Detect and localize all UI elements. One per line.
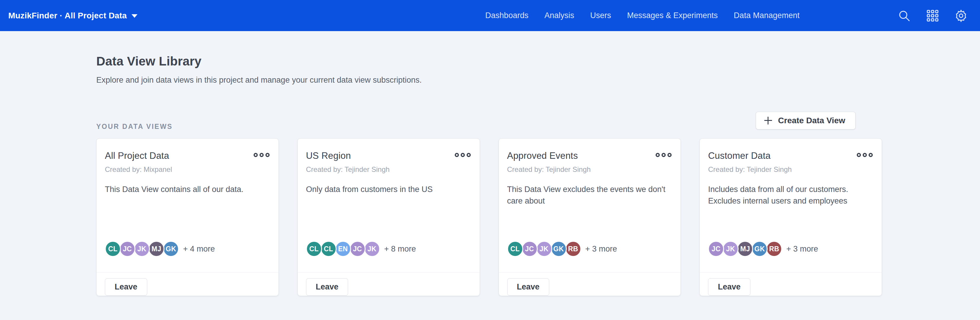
top-nav-bar: MuzikFinder · All Project Data Dashboard…: [0, 0, 980, 31]
card-title: All Project Data: [105, 151, 169, 161]
avatar-row: CL JC JK MJ GK + 4 more: [105, 241, 270, 257]
leave-button[interactable]: Leave: [507, 278, 550, 296]
member-avatar: JK: [722, 241, 738, 257]
member-avatar: MJ: [148, 241, 164, 257]
page-title: Data View Library: [96, 31, 882, 68]
chevron-down-icon: [132, 14, 137, 18]
data-view-card-us-region: US Region Created by: Tejinder Singh Onl…: [298, 139, 480, 296]
more-members-label: + 4 more: [183, 244, 215, 254]
member-avatar: CL: [507, 241, 523, 257]
card-description: Includes data from all of our customers.…: [708, 184, 873, 207]
card-title: Approved Events: [507, 151, 578, 161]
avatar-row: JC JK MJ GK RB + 3 more: [708, 241, 873, 257]
member-avatar: GK: [551, 241, 567, 257]
more-members-label: + 8 more: [384, 244, 416, 254]
leave-button[interactable]: Leave: [708, 278, 750, 296]
plus-icon: [764, 117, 772, 124]
member-avatar: CL: [105, 241, 121, 257]
project-switcher-label: MuzikFinder · All Project Data: [8, 11, 127, 21]
nav-item-users[interactable]: Users: [590, 11, 611, 20]
card-title: Customer Data: [708, 151, 770, 161]
apps-grid-icon[interactable]: [926, 9, 939, 22]
nav-item-analysis[interactable]: Analysis: [544, 11, 574, 20]
member-avatar: JK: [364, 241, 380, 257]
nav-item-dashboards[interactable]: Dashboards: [485, 11, 528, 20]
search-icon[interactable]: [898, 9, 911, 22]
card-created-by: Created by: Tejinder Singh: [708, 166, 873, 174]
data-view-card-customer-data: Customer Data Created by: Tejinder Singh…: [700, 139, 882, 296]
more-options-icon[interactable]: [454, 151, 471, 159]
gear-icon[interactable]: [955, 9, 967, 22]
avatar-row: CL CL EN JC JK + 8 more: [306, 241, 471, 257]
member-avatar: JC: [708, 241, 724, 257]
member-avatar: RB: [766, 241, 782, 257]
member-avatar: MJ: [737, 241, 753, 257]
card-title: US Region: [306, 151, 351, 161]
member-avatar: JC: [350, 241, 366, 257]
avatar-row: CL JC JK GK RB + 3 more: [507, 241, 673, 257]
member-avatar: CL: [321, 241, 337, 257]
create-data-view-label: Create Data View: [778, 116, 845, 125]
card-description: This Data View excludes the events we do…: [507, 184, 673, 207]
member-avatar: GK: [752, 241, 768, 257]
member-avatar: JK: [134, 241, 150, 257]
create-data-view-button[interactable]: Create Data View: [756, 112, 856, 129]
member-avatar: JK: [536, 241, 552, 257]
more-members-label: + 3 more: [786, 244, 818, 254]
member-avatar: EN: [335, 241, 351, 257]
card-description: Only data from customers in the US: [306, 184, 471, 195]
data-view-card-approved-events: Approved Events Created by: Tejinder Sin…: [499, 139, 681, 296]
project-switcher[interactable]: MuzikFinder · All Project Data: [8, 11, 137, 21]
top-bar-actions: [898, 9, 967, 22]
main-content: Data View Library Explore and join data …: [0, 31, 980, 296]
member-avatar: RB: [565, 241, 581, 257]
page-subtitle: Explore and join data views in this proj…: [96, 76, 882, 85]
member-avatar: JC: [119, 241, 135, 257]
card-created-by: Created by: Mixpanel: [105, 166, 270, 174]
member-avatar: GK: [163, 241, 179, 257]
leave-button[interactable]: Leave: [105, 278, 147, 296]
more-options-icon[interactable]: [655, 151, 672, 159]
data-view-card-all-project-data: All Project Data Created by: Mixpanel Th…: [96, 139, 279, 296]
member-avatar: JC: [522, 241, 538, 257]
card-description: This Data View contains all of our data.: [105, 184, 270, 195]
leave-button[interactable]: Leave: [306, 278, 348, 296]
nav-item-data-management[interactable]: Data Management: [734, 11, 800, 20]
card-created-by: Created by: Tejinder Singh: [507, 166, 673, 174]
nav-item-messages-experiments[interactable]: Messages & Experiments: [627, 11, 718, 20]
more-options-icon[interactable]: [253, 151, 270, 159]
member-avatar: CL: [306, 241, 322, 257]
more-options-icon[interactable]: [856, 151, 873, 159]
card-created-by: Created by: Tejinder Singh: [306, 166, 471, 174]
data-view-cards: All Project Data Created by: Mixpanel Th…: [96, 139, 882, 296]
primary-nav: Dashboards Analysis Users Messages & Exp…: [485, 0, 800, 31]
more-members-label: + 3 more: [585, 244, 617, 254]
